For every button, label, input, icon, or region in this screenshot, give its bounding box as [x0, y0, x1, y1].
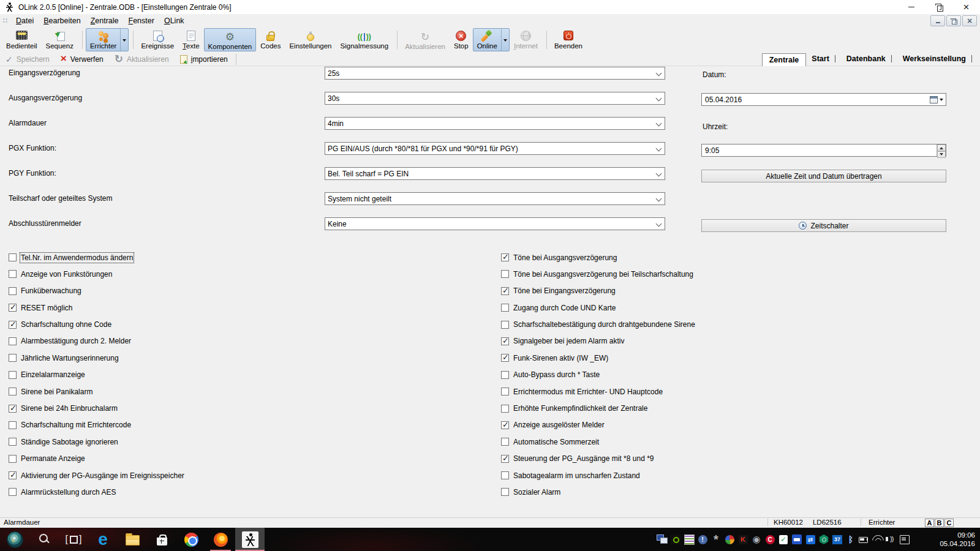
- hexagon-icon[interactable]: [817, 528, 831, 551]
- taskbar-app[interactable]: [118, 528, 147, 551]
- checkbox-row[interactable]: Funküberwachung: [9, 286, 184, 296]
- wifi-icon[interactable]: [871, 528, 884, 551]
- spider-icon[interactable]: [709, 528, 723, 551]
- zeitschalter-button[interactable]: Zeitschalter: [701, 219, 946, 232]
- menu-item[interactable]: OLink: [159, 15, 189, 26]
- checkbox-row[interactable]: Sirene bei 24h Einbruchalarm: [9, 403, 184, 414]
- checkbox-row[interactable]: Scharfschaltung ohne Code: [9, 320, 184, 330]
- checkbox[interactable]: [501, 337, 509, 345]
- calendar-dropdown[interactable]: [930, 96, 946, 103]
- checkbox-row[interactable]: Tel.Nr. im Anwendermodus ändern: [9, 252, 184, 263]
- toolbar2-button[interactable]: Speichern: [0, 53, 55, 66]
- bluetooth-icon[interactable]: [844, 528, 858, 551]
- monitors-icon[interactable]: [655, 528, 669, 551]
- checkbox[interactable]: [501, 371, 509, 379]
- checkbox-row[interactable]: Signalgeber bei jedem Alarm aktiv: [501, 336, 695, 347]
- toolbar-button[interactable]: Ereignisse: [137, 28, 178, 51]
- menu-item[interactable]: Fenster: [124, 15, 159, 26]
- checkbox-row[interactable]: Permanate Anzeige: [9, 454, 184, 464]
- chevron-down-icon[interactable]: [654, 67, 665, 79]
- checkbox[interactable]: [501, 270, 509, 278]
- checkbox-row[interactable]: RESET möglich: [9, 302, 184, 313]
- checkbox[interactable]: [501, 388, 509, 395]
- dropdown-select[interactable]: PG EIN/AUS (durch *80/*81 für PGX und *9…: [325, 142, 665, 155]
- toolbar-button[interactable]: Aktualisieren: [401, 28, 450, 51]
- checkbox[interactable]: [501, 405, 509, 413]
- checkbox[interactable]: [501, 253, 509, 261]
- shield-check-icon[interactable]: [777, 528, 790, 551]
- checkbox[interactable]: [9, 388, 17, 395]
- checkbox[interactable]: [501, 421, 509, 429]
- checkbox[interactable]: [9, 253, 17, 261]
- palette-icon[interactable]: [723, 528, 736, 551]
- chevron-down-icon[interactable]: [654, 143, 665, 154]
- toolbar-button[interactable]: Online: [473, 28, 510, 51]
- checkbox[interactable]: [9, 421, 17, 429]
- tab[interactable]: Datenbank: [841, 53, 897, 65]
- taskbar-app[interactable]: [235, 528, 265, 551]
- taskbar-app[interactable]: [0, 528, 29, 551]
- checkbox-row[interactable]: Aktivierung der PG-Ausgänge im Ereigniss…: [9, 470, 184, 481]
- teamviewer-icon[interactable]: [804, 528, 817, 551]
- notification-icon[interactable]: [898, 528, 911, 551]
- checkbox[interactable]: [501, 304, 509, 312]
- mdi-close-button[interactable]: [962, 15, 977, 26]
- checkbox-row[interactable]: Töne bei Ausgangsverzögerung: [501, 252, 695, 263]
- taskbar-app[interactable]: [206, 528, 235, 551]
- checkbox-row[interactable]: Auto-Bypass durch * Taste: [501, 370, 695, 380]
- checkbox-row[interactable]: Töne bei Eingangsverzögerung: [501, 286, 695, 296]
- taskbar-clock[interactable]: 09:06 05.04.2016: [916, 531, 975, 548]
- tab[interactable]: Werkseinstellung: [897, 53, 978, 65]
- tab[interactable]: Start: [806, 53, 840, 65]
- checkbox[interactable]: [9, 488, 17, 496]
- checkbox[interactable]: [501, 471, 509, 479]
- menu-item[interactable]: Datei: [11, 15, 39, 26]
- spin-down-button[interactable]: [937, 151, 946, 158]
- toolbar-button[interactable]: Komponenten: [204, 28, 257, 51]
- keyboard-icon[interactable]: [790, 528, 804, 551]
- checkbox-row[interactable]: Töne bei Ausgangsverzögerung bei Teilsch…: [501, 269, 695, 279]
- kaspersky-icon[interactable]: [736, 528, 750, 551]
- checkbox-row[interactable]: Alarmrückstellung durch AES: [9, 487, 184, 497]
- checkbox-row[interactable]: Scharfschaltebestätigung durch drahtgebu…: [501, 320, 695, 330]
- toolbar-button[interactable]: Internet: [510, 28, 542, 51]
- window-restore-button[interactable]: [925, 0, 952, 14]
- uhrzeit-field[interactable]: 9:05: [701, 144, 946, 157]
- dropdown-select[interactable]: Keine: [325, 217, 665, 230]
- checkbox[interactable]: [501, 287, 509, 295]
- chevron-down-icon[interactable]: [654, 193, 665, 204]
- toolbar-button[interactable]: Einstellungen: [285, 28, 336, 51]
- toolbar2-button[interactable]: Verwerfen: [55, 53, 109, 66]
- checkbox[interactable]: [9, 471, 17, 479]
- tab[interactable]: Zentrale: [762, 53, 807, 66]
- dropdown-select[interactable]: Bel. Teil scharf = PG EIN: [325, 167, 665, 180]
- dropdown-select[interactable]: 30s: [325, 92, 665, 105]
- toolbar-button[interactable]: Stop: [450, 28, 473, 51]
- checkbox[interactable]: [9, 438, 17, 446]
- window-minimize-button[interactable]: [897, 0, 925, 14]
- checkbox[interactable]: [9, 304, 17, 312]
- toolbar-button[interactable]: Signalmessung: [336, 28, 393, 51]
- checkbox[interactable]: [501, 455, 509, 463]
- hint-icon[interactable]: [696, 528, 709, 551]
- toolbar-grip[interactable]: [2, 18, 8, 23]
- toolbar-button[interactable]: Bedienteil: [2, 28, 42, 51]
- checkbox[interactable]: [501, 354, 509, 362]
- chevron-down-icon[interactable]: [654, 168, 665, 179]
- checkbox-row[interactable]: Jährliche Wartungserinnerung: [9, 353, 184, 363]
- chevron-down-icon[interactable]: [654, 118, 665, 129]
- grid-icon[interactable]: [682, 528, 696, 551]
- checkbox[interactable]: [501, 488, 509, 496]
- checkbox-row[interactable]: Einzelalarmanzeige: [9, 370, 184, 380]
- chevron-down-icon[interactable]: [654, 218, 665, 230]
- taskbar-app[interactable]: [29, 528, 59, 551]
- toolbar2-button[interactable]: Aktualisieren: [109, 53, 175, 66]
- checkbox[interactable]: [9, 371, 17, 379]
- checkbox-row[interactable]: Zugang durch Code UND Karte: [501, 302, 695, 313]
- checkbox-row[interactable]: Errichtermodus mit Errichter- UND Hauptc…: [501, 386, 695, 397]
- toolbar-button[interactable]: Sequenz: [42, 28, 78, 51]
- taskbar-app[interactable]: [88, 528, 118, 551]
- toolbar-button[interactable]: Texte: [178, 28, 204, 51]
- checkbox[interactable]: [9, 337, 17, 345]
- checkbox-row[interactable]: Funk-Sirenen aktiv (IW _EW): [501, 353, 695, 363]
